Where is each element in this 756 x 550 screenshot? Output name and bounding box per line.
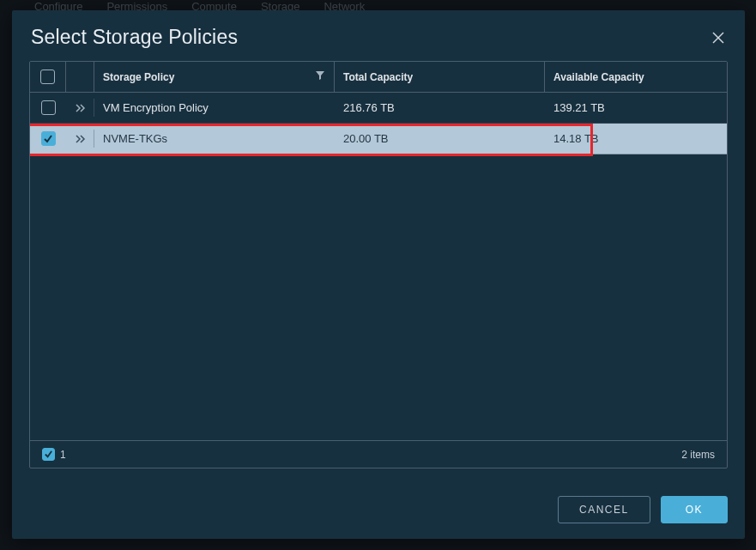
cell-available-capacity: 14.18 TB (545, 124, 727, 154)
row-expand-cell[interactable] (66, 93, 94, 123)
column-header-available-capacity[interactable]: Available Capacity (545, 62, 727, 92)
cell-storage-policy: NVME-TKGs (94, 124, 335, 154)
header-checkbox-cell (30, 62, 66, 92)
column-label: Total Capacity (343, 71, 413, 83)
row-checkbox-cell (30, 124, 66, 154)
header-expand-spacer (66, 62, 94, 92)
table-header: Storage Policy Total Capacity Available … (30, 62, 727, 93)
modal-body: Storage Policy Total Capacity Available … (12, 61, 745, 482)
items-count: 2 items (681, 449, 715, 461)
cell-available-capacity: 139.21 TB (545, 93, 727, 123)
chevron-right-icon (74, 103, 88, 113)
table-row[interactable]: NVME-TKGs 20.00 TB 14.18 TB (30, 124, 727, 154)
selection-count: 1 (42, 448, 66, 461)
row-checkbox[interactable] (41, 131, 56, 146)
table-row[interactable]: VM Encryption Policy 216.76 TB 139.21 TB (30, 93, 727, 124)
row-checkbox-cell (30, 93, 66, 123)
footer-checkbox-icon (42, 448, 55, 461)
select-storage-policies-modal: Select Storage Policies Storage Policy (12, 10, 745, 539)
column-header-storage-policy[interactable]: Storage Policy (94, 62, 335, 92)
column-label: Available Capacity (553, 71, 644, 83)
row-expand-cell[interactable] (66, 124, 94, 154)
select-all-checkbox[interactable] (40, 70, 55, 84)
cell-total-capacity: 216.76 TB (335, 93, 545, 123)
table-body: VM Encryption Policy 216.76 TB 139.21 TB (30, 93, 727, 440)
close-button[interactable] (711, 30, 726, 45)
cell-total-capacity: 20.00 TB (335, 124, 545, 154)
filter-icon[interactable] (315, 70, 325, 83)
modal-footer: CANCEL OK (12, 482, 745, 539)
row-checkbox[interactable] (41, 100, 56, 115)
cancel-button[interactable]: CANCEL (558, 496, 650, 523)
modal-title: Select Storage Policies (31, 26, 238, 49)
column-header-total-capacity[interactable]: Total Capacity (335, 62, 545, 92)
chevron-right-icon (74, 134, 88, 144)
modal-header: Select Storage Policies (12, 10, 745, 61)
ok-button[interactable]: OK (661, 496, 728, 523)
close-icon (711, 30, 726, 45)
column-label: Storage Policy (103, 71, 174, 83)
storage-policies-table: Storage Policy Total Capacity Available … (29, 61, 728, 468)
cell-storage-policy: VM Encryption Policy (94, 93, 335, 123)
selected-count-value: 1 (60, 449, 66, 461)
table-footer: 1 2 items (30, 440, 727, 468)
